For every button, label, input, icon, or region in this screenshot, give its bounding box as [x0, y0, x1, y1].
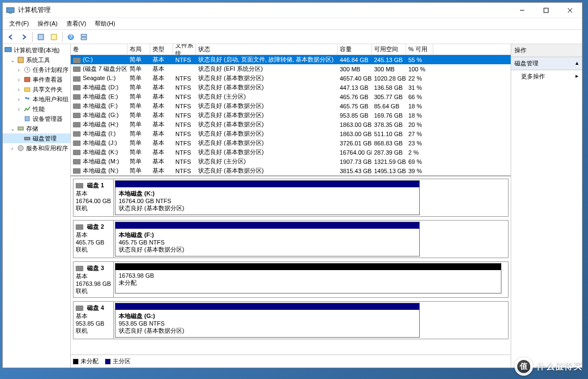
tree-local-users[interactable]: › 本地用户和组	[3, 94, 70, 104]
tree-label: 系统工具	[26, 56, 50, 64]
svg-rect-15	[24, 77, 30, 82]
tree-root[interactable]: 计算机管理(本地)	[3, 45, 70, 55]
menubar: 文件(F) 操作(A) 查看(V) 帮助(H)	[3, 18, 582, 30]
drive-icon	[73, 168, 81, 174]
disk-info: 磁盘 1基本16764.00 GB联机	[74, 179, 114, 216]
menu-file[interactable]: 文件(F)	[5, 19, 33, 29]
volume-row[interactable]: 本地磁盘 (K:)简单基本NTFS状态良好 (基本数据分区)16764.00 G…	[71, 148, 511, 157]
column-layout[interactable]: 布局	[127, 44, 150, 54]
users-icon	[23, 95, 32, 103]
event-icon	[23, 75, 32, 84]
column-percent[interactable]: % 可用	[406, 44, 433, 54]
disk-icon	[23, 134, 32, 143]
expand-icon[interactable]: ›	[9, 145, 15, 151]
volume-row[interactable]: 本地磁盘 (D:)简单基本NTFS状态良好 (基本数据分区)447.13 GB1…	[71, 83, 511, 92]
navigation-tree[interactable]: 计算机管理(本地) ⌄ 系统工具 › 任务计划程序 › 事件查看器 › 共享文件…	[3, 44, 71, 368]
volume-row[interactable]: 本地磁盘 (J:)简单基本NTFS状态良好 (基本数据分区)3726.01 GB…	[71, 138, 511, 148]
disk-block[interactable]: 磁盘 4基本953.85 GB联机本地磁盘 (G:)953.85 GB NTFS…	[73, 301, 509, 339]
volume-row[interactable]: 本地磁盘 (F:)简单基本NTFS状态良好 (基本数据分区)465.75 GB8…	[71, 101, 511, 111]
properties-button[interactable]	[48, 31, 60, 43]
partition[interactable]: 本地磁盘 (F:)465.75 GB NTFS状态良好 (基本数据分区)	[115, 222, 420, 256]
volume-row[interactable]: 本地磁盘 (H:)简单基本NTFS状态良好 (基本数据分区)1863.00 GB…	[71, 120, 511, 129]
minimize-button[interactable]	[510, 3, 534, 18]
disk-icon	[76, 305, 83, 311]
partition-size: 16763.98 GB	[119, 272, 498, 279]
actions-panel: 操作 磁盘管理 ▴ 更多操作 ▸	[511, 44, 582, 368]
help-button[interactable]: ?	[65, 31, 77, 43]
tree-label: 任务计划程序	[33, 66, 69, 74]
partition-size: 465.75 GB NTFS	[119, 239, 416, 246]
volume-row[interactable]: Seagate (L:)简单基本NTFS状态良好 (基本数据分区)4657.40…	[71, 74, 511, 83]
chevron-up-icon: ▴	[575, 59, 579, 68]
tree-label: 服务和应用程序	[26, 144, 68, 152]
partition-header	[115, 181, 419, 187]
tree-event-viewer[interactable]: › 事件查看器	[3, 75, 70, 84]
refresh-button[interactable]	[35, 31, 47, 43]
menu-help[interactable]: 帮助(H)	[90, 19, 119, 29]
column-capacity[interactable]: 容量	[338, 44, 372, 54]
tree-disk-management[interactable]: 磁盘管理	[3, 133, 70, 143]
collapse-icon[interactable]: ⌄	[9, 126, 15, 132]
volume-row[interactable]: 本地磁盘 (I:)简单基本NTFS状态良好 (基本数据分区)1863.00 GB…	[71, 129, 511, 138]
volume-row[interactable]: (磁盘 7 磁盘分区 1)简单基本状态良好 (EFI 系统分区)300 MB30…	[71, 64, 511, 74]
menu-view[interactable]: 查看(V)	[62, 19, 91, 29]
volume-list[interactable]: (C:)简单基本NTFS状态良好 (启动, 页面文件, 故障转储, 基本数据分区…	[71, 55, 511, 175]
menu-action[interactable]: 操作(A)	[33, 19, 62, 29]
tree-performance[interactable]: › 性能	[3, 104, 70, 114]
partition[interactable]: 本地磁盘 (G:)953.85 GB NTFS状态良好 (基本数据分区)	[115, 303, 420, 338]
expand-icon[interactable]: ›	[16, 106, 22, 112]
partition-status: 状态良好 (基本数据分区)	[119, 204, 416, 212]
clock-icon	[23, 65, 32, 74]
watermark-text: 什么值得买	[536, 361, 583, 372]
column-status[interactable]: 状态	[196, 44, 338, 54]
partition[interactable]: 16763.98 GB未分配	[115, 263, 501, 294]
column-type[interactable]: 类型	[150, 44, 173, 54]
column-volume[interactable]: 卷	[71, 44, 127, 54]
drive-icon	[73, 150, 81, 155]
disk-block[interactable]: 磁盘 3基本16763.98 GB联机16763.98 GB未分配	[73, 261, 509, 298]
expand-icon[interactable]: ›	[16, 77, 22, 83]
disk-block[interactable]: 磁盘 1基本16764.00 GB联机本地磁盘 (K:)16764.00 GB …	[73, 179, 509, 217]
disk-block[interactable]: 磁盘 2基本465.75 GB联机本地磁盘 (F:)465.75 GB NTFS…	[73, 220, 509, 258]
disk-graphical-view[interactable]: 磁盘 1基本16764.00 GB联机本地磁盘 (K:)16764.00 GB …	[71, 175, 511, 354]
volume-row[interactable]: 本地磁盘 (G:)简单基本NTFS状态良好 (基本数据分区)953.85 GB1…	[71, 111, 511, 120]
volume-row[interactable]: 本地磁盘 (N:)简单基本NTFS状态良好 (基本数据分区)3815.43 GB…	[71, 166, 511, 175]
watermark-logo: 值	[514, 357, 533, 376]
back-button[interactable]	[5, 31, 17, 43]
svg-text:?: ?	[69, 33, 72, 40]
column-filesystem[interactable]: 文件系统	[173, 44, 196, 54]
actions-group-disk[interactable]: 磁盘管理 ▴	[511, 57, 582, 70]
drive-icon	[73, 103, 81, 109]
partition-status: 状态良好 (基本数据分区)	[119, 327, 416, 335]
disk-partitions: 本地磁盘 (F:)465.75 GB NTFS状态良好 (基本数据分区)	[114, 221, 508, 258]
actions-more[interactable]: 更多操作 ▸	[511, 70, 582, 83]
maximize-button[interactable]	[534, 3, 558, 18]
volume-row[interactable]: 本地磁盘 (M:)简单基本NTFS状态良好 (主分区)1907.73 GB132…	[71, 157, 511, 166]
app-window: 计算机管理 文件(F) 操作(A) 查看(V) 帮助(H) ? 计算机管理(本地…	[2, 2, 583, 368]
svg-rect-13	[18, 57, 23, 63]
svg-rect-0	[7, 8, 14, 13]
volume-row[interactable]: 本地磁盘 (E:)简单基本NTFS状态良好 (主分区)465.76 GB305.…	[71, 92, 511, 101]
collapse-icon[interactable]: ⌄	[9, 57, 15, 63]
services-icon	[16, 144, 25, 152]
expand-icon[interactable]: ›	[16, 87, 22, 93]
close-button[interactable]	[558, 3, 582, 18]
column-free[interactable]: 可用空间	[372, 44, 406, 54]
volume-row[interactable]: (C:)简单基本NTFS状态良好 (启动, 页面文件, 故障转储, 基本数据分区…	[71, 55, 511, 64]
tree-shared-folders[interactable]: › 共享文件夹	[3, 84, 70, 94]
view-split-button[interactable]	[78, 31, 90, 43]
expand-icon[interactable]: ›	[16, 96, 22, 102]
tree-services[interactable]: › 服务和应用程序	[3, 143, 70, 153]
tree-label: 设备管理器	[33, 115, 63, 123]
actions-more-label: 更多操作	[521, 72, 545, 81]
tree-storage[interactable]: ⌄ 存储	[3, 124, 70, 133]
svg-point-22	[18, 145, 23, 151]
expand-icon[interactable]: ›	[16, 67, 22, 73]
device-icon	[23, 114, 32, 123]
tree-task-scheduler[interactable]: › 任务计划程序	[3, 65, 70, 75]
forward-button[interactable]	[18, 31, 30, 43]
partition[interactable]: 本地磁盘 (K:)16764.00 GB NTFS状态良好 (基本数据分区)	[115, 180, 420, 215]
tree-system-tools[interactable]: ⌄ 系统工具	[3, 55, 70, 65]
tree-device-manager[interactable]: 设备管理器	[3, 114, 70, 124]
drive-icon	[73, 85, 81, 90]
